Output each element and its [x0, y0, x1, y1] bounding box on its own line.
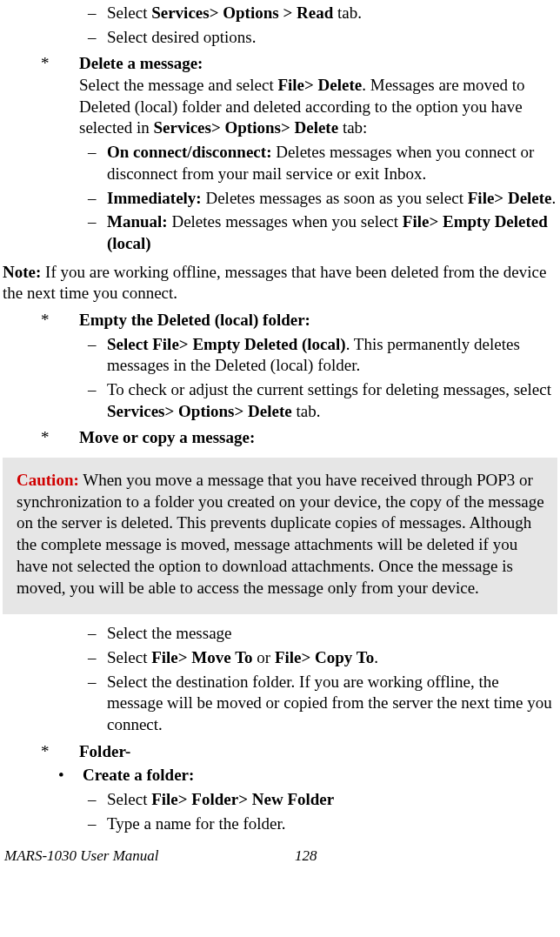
note-text: Note: If you are working offline, messag… [3, 262, 557, 305]
dash-marker: – [88, 3, 107, 24]
dash-marker: – [88, 789, 107, 811]
list-item: – Immediately: Deletes messages as soon … [88, 188, 557, 210]
list-item: – On connect/disconnect: Deletes message… [88, 142, 557, 184]
list-item: * Folder- [41, 741, 557, 763]
body-text: Type a name for the folder. [107, 813, 285, 835]
star-marker: * [41, 741, 79, 763]
list-item: – Select desired options. [88, 27, 557, 49]
dash-marker: – [88, 334, 107, 377]
dash-marker: – [88, 27, 107, 49]
footer-page-number: 128 [295, 847, 556, 866]
caution-box: Caution: When you move a message that yo… [3, 458, 557, 614]
dash-marker: – [88, 211, 107, 254]
list-item: – Select File> Empty Deleted (local). Th… [88, 334, 557, 377]
body-text: To check or adjust the current settings … [107, 379, 557, 422]
dash-marker: – [88, 813, 107, 835]
body-text: Select Services> Options > Read tab. [107, 3, 362, 24]
list-item: – Select File> Move To or File> Copy To. [88, 647, 557, 669]
body-text: Select File> Folder> New Folder [107, 789, 334, 811]
dash-marker: – [88, 379, 107, 422]
list-item: – To check or adjust the current setting… [88, 379, 557, 422]
heading: Move or copy a message: [79, 427, 255, 449]
list-item: * Move or copy a message: [41, 427, 557, 449]
heading: Folder- [79, 741, 130, 763]
star-marker: * [41, 427, 79, 449]
body-text: Select File> Move To or File> Copy To. [107, 647, 378, 669]
heading: Empty the Deleted (local) folder: [79, 310, 310, 331]
body-text: On connect/disconnect: Deletes messages … [107, 142, 557, 184]
heading: Create a folder: [83, 765, 194, 786]
body-text: Manual: Deletes messages when you select… [107, 211, 557, 254]
body-text: Delete a message: Select the message and… [79, 53, 557, 139]
list-item: • Create a folder: [58, 765, 557, 786]
caution-text: When you move a message that you have re… [17, 471, 544, 596]
dash-marker: – [88, 142, 107, 184]
dash-marker: – [88, 188, 107, 210]
page-footer: MARS-1030 User Manual 128 [3, 847, 557, 866]
star-marker: * [41, 310, 79, 331]
list-item: – Select the message [88, 623, 557, 645]
list-item: – Select the destination folder. If you … [88, 672, 557, 736]
body-text: Select the message [107, 623, 232, 645]
bullet-marker: • [58, 765, 83, 786]
dash-marker: – [88, 647, 107, 669]
list-item: * Empty the Deleted (local) folder: [41, 310, 557, 331]
dash-marker: – [88, 672, 107, 736]
caution-label: Caution: [17, 471, 79, 489]
body-text: Select desired options. [107, 27, 257, 49]
body-text: Select the destination folder. If you ar… [107, 672, 557, 736]
footer-manual-title: MARS-1030 User Manual [4, 847, 295, 866]
list-item: – Manual: Deletes messages when you sele… [88, 211, 557, 254]
list-item: – Select Services> Options > Read tab. [88, 3, 557, 24]
dash-marker: – [88, 623, 107, 645]
body-text: Select File> Empty Deleted (local). This… [107, 334, 557, 377]
list-item: – Type a name for the folder. [88, 813, 557, 835]
list-item: – Select File> Folder> New Folder [88, 789, 557, 811]
star-marker: * [41, 53, 79, 139]
list-item: * Delete a message: Select the message a… [41, 53, 557, 139]
body-text: Immediately: Deletes messages as soon as… [107, 188, 556, 210]
